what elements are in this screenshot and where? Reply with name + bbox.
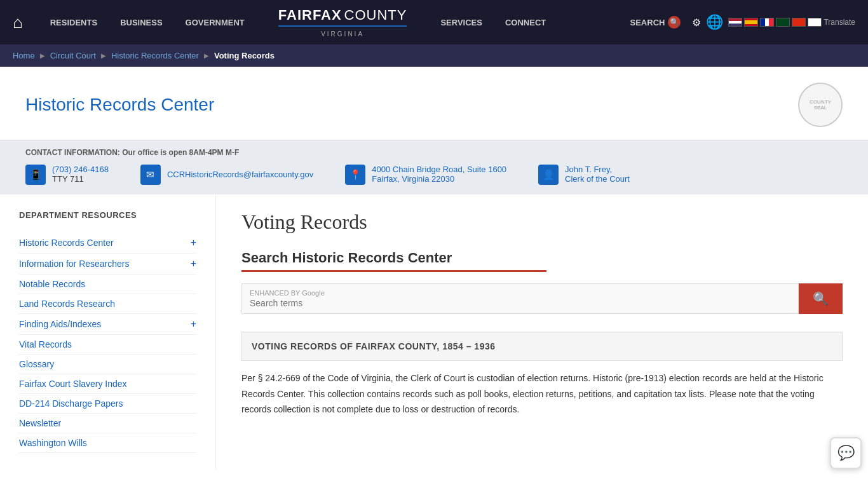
breadcrumb-home[interactable]: Home — [13, 51, 35, 60]
red-underline — [241, 270, 546, 272]
nav-item-services[interactable]: SERVICES — [429, 0, 494, 44]
search-icon[interactable]: 🔍 — [668, 16, 681, 29]
contact-strip: CONTACT INFORMATION: Our office is open … — [0, 140, 868, 194]
sidebar-link-glossary[interactable]: Glossary — [19, 359, 54, 369]
sidebar: DEPARTMENT RESOURCES Historic Records Ce… — [0, 194, 216, 469]
search-label: SEARCH — [630, 18, 665, 27]
contact-phone: 📱 (703) 246-4168 TTY 711 — [25, 165, 109, 185]
sidebar-link-finding[interactable]: Finding Aids/Indexes — [19, 319, 101, 329]
sidebar-item-dd214[interactable]: DD-214 Discharge Papers — [19, 394, 196, 414]
contact-address: 📍 4000 Chain Bridge Road, Suite 1600 Fai… — [345, 165, 506, 185]
email-text[interactable]: CCRHistoricRecords@fairfaxcounty.gov — [167, 165, 313, 179]
sidebar-link-researchers[interactable]: Information for Researchers — [19, 259, 130, 269]
nav-item-search[interactable]: SEARCH 🔍 — [630, 16, 681, 29]
sidebar-link-notable[interactable]: Notable Records — [19, 279, 85, 289]
nav-items: RESIDENTS BUSINESS GOVERNMENT — [39, 0, 256, 44]
search-section-title: Search Historic Records Center — [241, 250, 843, 266]
clerk-name[interactable]: John T. Frey, — [565, 165, 630, 174]
address-line1: 4000 Chain Bridge Road, Suite 1600 — [372, 165, 506, 174]
sidebar-link-slavery[interactable]: Fairfax Court Slavery Index — [19, 379, 127, 389]
sidebar-plus-finding[interactable]: + — [191, 318, 196, 330]
sidebar-plus-historic[interactable]: + — [191, 237, 196, 248]
sidebar-item-land[interactable]: Land Records Research — [19, 294, 196, 314]
sidebar-item-newsletter[interactable]: Newsletter — [19, 414, 196, 433]
page-title: Voting Records — [241, 210, 843, 234]
sidebar-item-historic[interactable]: Historic Records Center + — [19, 233, 196, 254]
sidebar-link-newsletter[interactable]: Newsletter — [19, 418, 61, 428]
search-input[interactable] — [250, 298, 790, 308]
nav-logo: FAIRFAX COUNTY VIRGINIA — [262, 7, 423, 38]
nav-items-right: SERVICES CONNECT — [429, 0, 557, 44]
contact-header: CONTACT INFORMATION: Our office is open … — [25, 148, 843, 157]
chat-icon: 💬 — [837, 445, 855, 461]
sidebar-link-historic[interactable]: Historic Records Center — [19, 238, 114, 248]
nav-item-business[interactable]: BUSINESS — [109, 0, 173, 44]
nav-item-connect[interactable]: CONNECT — [494, 0, 557, 44]
records-text: Per § 24.2-669 of the Code of Virginia, … — [241, 370, 843, 417]
flag-pk[interactable] — [776, 18, 790, 27]
phone-number[interactable]: (703) 246-4168 — [52, 165, 109, 174]
translate-label[interactable]: Translate — [824, 18, 855, 27]
content-area: Voting Records Search Historic Records C… — [216, 194, 868, 469]
phone-text: (703) 246-4168 TTY 711 — [52, 165, 109, 184]
brand-virginia: VIRGINIA — [321, 30, 364, 37]
breadcrumb-sep-3: ▶ — [204, 52, 209, 59]
sidebar-title: DEPARTMENT RESOURCES — [19, 210, 196, 221]
hero-section: Historic Records Center COUNTYSEAL — [0, 67, 868, 140]
globe-icon[interactable]: 🌐 — [706, 14, 723, 30]
sidebar-link-washington[interactable]: Washington Wills — [19, 438, 87, 448]
nav-item-government[interactable]: GOVERNMENT — [174, 0, 256, 44]
search-input-area: ENHANCED BY Google — [241, 283, 799, 314]
breadcrumb-historic-records[interactable]: Historic Records Center — [111, 51, 199, 60]
sidebar-item-slavery[interactable]: Fairfax Court Slavery Index — [19, 374, 196, 394]
phone-icon: 📱 — [25, 165, 46, 185]
clerk-text: John T. Frey, Clerk of the Court — [565, 165, 630, 184]
search-box-container: ENHANCED BY Google 🔍 — [241, 283, 843, 314]
sidebar-link-dd214[interactable]: DD-214 Discharge Papers — [19, 398, 123, 409]
nav-item-residents[interactable]: RESIDENTS — [39, 0, 109, 44]
search-powered-label: ENHANCED BY Google — [250, 289, 790, 297]
tty: TTY 711 — [52, 174, 109, 184]
nav-right-section: SEARCH 🔍 ⚙ 🌐 Translate — [630, 14, 855, 30]
breadcrumb-circuit-court[interactable]: Circuit Court — [50, 51, 96, 60]
sidebar-plus-researchers[interactable]: + — [191, 258, 196, 269]
contact-email: ✉ CCRHistoricRecords@fairfaxcounty.gov — [140, 165, 313, 185]
main-layout: DEPARTMENT RESOURCES Historic Records Ce… — [0, 194, 868, 469]
flag-es[interactable] — [744, 18, 758, 27]
records-section-header: VOTING RECORDS OF FAIRFAX COUNTY, 1854 –… — [241, 332, 843, 361]
sidebar-item-notable[interactable]: Notable Records — [19, 274, 196, 294]
flag-kr[interactable] — [808, 18, 822, 27]
chat-bubble[interactable]: 💬 — [830, 437, 862, 469]
hero-title: Historic Records Center — [25, 95, 214, 115]
gear-icon[interactable]: ⚙ — [692, 17, 701, 29]
breadcrumb-current: Voting Records — [214, 51, 275, 60]
brand-county: COUNTY — [344, 7, 407, 23]
breadcrumb: Home ▶ Circuit Court ▶ Historic Records … — [0, 44, 868, 67]
clerk-title: Clerk of the Court — [565, 174, 630, 184]
home-icon[interactable]: ⌂ — [13, 13, 23, 32]
location-icon: 📍 — [345, 165, 365, 185]
contact-items: 📱 (703) 246-4168 TTY 711 ✉ CCRHistoricRe… — [25, 165, 843, 185]
sidebar-item-vital[interactable]: Vital Records — [19, 335, 196, 355]
contact-clerk: 👤 John T. Frey, Clerk of the Court — [538, 165, 630, 185]
breadcrumb-sep-1: ▶ — [40, 52, 45, 59]
sidebar-item-finding[interactable]: Finding Aids/Indexes + — [19, 314, 196, 335]
seal-text: COUNTYSEAL — [810, 99, 831, 111]
flag-fr[interactable] — [760, 18, 774, 27]
flag-us[interactable] — [728, 18, 742, 27]
sidebar-item-washington[interactable]: Washington Wills — [19, 433, 196, 453]
flag-cn[interactable] — [792, 18, 806, 27]
top-nav: ⌂ RESIDENTS BUSINESS GOVERNMENT FAIRFAX … — [0, 0, 868, 44]
email-icon: ✉ — [140, 165, 161, 185]
translate-flags: Translate — [728, 18, 855, 27]
breadcrumb-sep-2: ▶ — [101, 52, 106, 59]
search-button[interactable]: 🔍 — [799, 283, 843, 314]
brand-fairfax: FAIRFAX — [278, 7, 342, 23]
sidebar-item-glossary[interactable]: Glossary — [19, 355, 196, 374]
sidebar-link-vital[interactable]: Vital Records — [19, 339, 72, 349]
county-seal: COUNTYSEAL — [798, 83, 843, 127]
address-line2: Fairfax, Virginia 22030 — [372, 174, 506, 184]
person-icon: 👤 — [538, 165, 559, 185]
sidebar-item-researchers[interactable]: Information for Researchers + — [19, 254, 196, 274]
sidebar-link-land[interactable]: Land Records Research — [19, 299, 115, 309]
